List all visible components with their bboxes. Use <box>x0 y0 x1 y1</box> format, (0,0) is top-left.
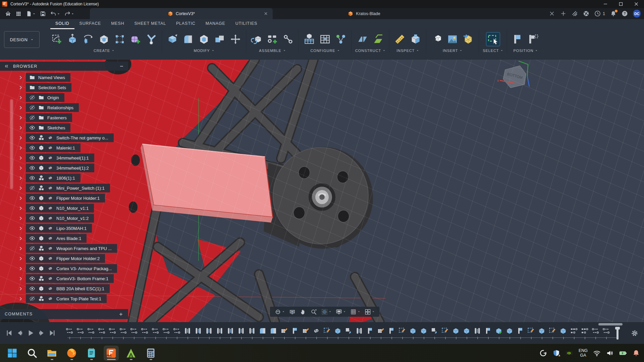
step-forward-button[interactable] <box>38 329 45 337</box>
taskbar-explorer[interactable] <box>44 346 59 361</box>
taskbar-firefox[interactable] <box>64 346 79 361</box>
ribbon-tab-manage[interactable]: MANAGE <box>201 19 230 29</box>
revolve-button[interactable] <box>82 33 95 46</box>
grid-settings-button[interactable] <box>349 307 362 317</box>
chevron-down-icon[interactable] <box>33 11 36 17</box>
browser-item[interactable]: CortexV3- Bottom Frame:1 <box>0 274 128 283</box>
timeline-feature-extrude[interactable] <box>505 327 514 335</box>
timeline-feature-joint[interactable] <box>108 327 116 335</box>
hole-button[interactable] <box>97 33 111 46</box>
timeline-feature-door[interactable] <box>226 327 234 335</box>
ribbon-group-label[interactable]: ASSEMBLE <box>259 49 286 53</box>
visibility-eye-icon[interactable] <box>29 215 35 221</box>
ribbon-group-label[interactable]: INSPECT <box>396 49 419 53</box>
wifi-tray-icon[interactable] <box>593 349 601 357</box>
go-to-start-button[interactable] <box>5 329 13 337</box>
minimize-button[interactable] <box>598 0 613 8</box>
browser-item[interactable]: 34mmwheel(1):1 <box>0 154 128 162</box>
taskbar-calculator[interactable] <box>143 346 158 361</box>
timeline-feature-sketch-edit[interactable] <box>323 327 331 335</box>
timeline-feature-door[interactable] <box>473 327 481 335</box>
visibility-eye-icon[interactable] <box>29 235 35 241</box>
timeline-feature-door[interactable] <box>194 327 202 335</box>
expand-chevron-icon[interactable] <box>18 216 23 221</box>
add-comment-icon[interactable] <box>118 312 123 317</box>
display-settings-button[interactable] <box>334 307 347 317</box>
language-indicator[interactable]: ENGGA <box>579 348 588 358</box>
viewports-button[interactable] <box>363 307 376 317</box>
timeline-feature-joint[interactable] <box>162 327 170 335</box>
timeline-feature-door[interactable] <box>216 327 224 335</box>
timeline-feature-joint[interactable] <box>130 327 138 335</box>
timeline-feature-edit-feature[interactable] <box>302 327 310 335</box>
visibility-eye-icon[interactable] <box>29 265 35 272</box>
close-icon[interactable] <box>549 10 555 17</box>
document-tab-kratos-blade[interactable]: Kratos-Blade <box>273 8 455 19</box>
expand-chevron-icon[interactable] <box>18 145 23 150</box>
timeline-settings-gear-icon[interactable] <box>631 329 639 337</box>
go-to-end-button[interactable] <box>48 329 56 337</box>
timeline-feature-door[interactable] <box>183 327 192 335</box>
taskbar-notepad[interactable] <box>84 346 99 361</box>
browser-item[interactable]: Selection Sets <box>0 83 128 92</box>
browser-item[interactable]: N10_Motor_v1:1 <box>0 204 128 213</box>
expand-chevron-icon[interactable] <box>18 246 23 251</box>
browser-item[interactable]: Switch-The not gammy o... <box>0 133 128 142</box>
visibility-eye-icon[interactable] <box>29 125 35 131</box>
browser-item[interactable]: Flipper Motor Holder:1 <box>0 194 128 202</box>
timeline-feature-edit-feature[interactable] <box>280 327 288 335</box>
browser-item[interactable]: N10_Motor_v1:2 <box>0 214 128 223</box>
chevron-down-icon[interactable] <box>57 11 60 17</box>
workspace-selector[interactable]: DESIGN <box>4 31 40 48</box>
timeline-feature-extrude[interactable] <box>538 327 546 335</box>
taskbar-autodesk-a[interactable] <box>123 346 139 361</box>
close-button[interactable] <box>629 0 644 8</box>
browser-item[interactable]: Lipo-350MAH:1 <box>0 224 128 233</box>
expand-chevron-icon[interactable] <box>18 286 23 291</box>
ribbon-group-label[interactable]: MODIFY <box>194 49 214 53</box>
ribbon-tab-solid[interactable]: SOLID <box>50 19 74 29</box>
redo-button[interactable] <box>63 9 76 18</box>
timeline-feature-joint[interactable] <box>151 327 159 335</box>
visibility-eye-icon[interactable] <box>29 155 35 161</box>
ribbon-tab-mesh[interactable]: MESH <box>106 19 129 29</box>
expand-chevron-icon[interactable] <box>18 115 23 120</box>
visibility-eye-icon[interactable] <box>29 175 35 181</box>
timeline-feature-extrude[interactable] <box>409 327 417 335</box>
new-component-button[interactable] <box>250 33 263 46</box>
chevron-down-icon[interactable] <box>71 11 74 17</box>
timeline-playhead[interactable] <box>615 327 620 340</box>
timeline-feature-door[interactable] <box>355 327 363 335</box>
timeline-feature-joint[interactable] <box>119 327 127 335</box>
maximize-button[interactable] <box>613 0 629 8</box>
expand-chevron-icon[interactable] <box>18 186 23 191</box>
form-button[interactable] <box>129 33 142 46</box>
timeline-feature-sketch-edit[interactable] <box>398 327 406 335</box>
timeline-feature-move[interactable] <box>344 327 353 335</box>
expand-chevron-icon[interactable] <box>18 196 23 201</box>
file-button[interactable] <box>24 9 37 18</box>
browser-item[interactable]: Cortex Top Plate Test:1 <box>0 294 128 303</box>
extensions-icon[interactable] <box>583 10 589 17</box>
timeline-feature-move[interactable] <box>430 327 438 335</box>
expand-chevron-icon[interactable] <box>18 135 23 140</box>
nvidia-tray-icon[interactable] <box>566 349 573 357</box>
timeline-feature-joint[interactable] <box>591 327 599 335</box>
timeline-feature-link[interactable] <box>312 327 320 335</box>
motor-cylinder[interactable] <box>129 201 138 213</box>
variants-button[interactable] <box>334 33 347 46</box>
press-pull-button[interactable] <box>166 33 179 46</box>
security-shield-tray-icon[interactable] <box>552 349 560 357</box>
ribbon-group-label[interactable]: SELECT <box>483 49 503 53</box>
expand-chevron-icon[interactable] <box>18 226 23 231</box>
visibility-eye-off-icon[interactable] <box>29 115 35 121</box>
ribbon-tab-plastic[interactable]: PLASTIC <box>171 19 201 29</box>
notifications-icon[interactable] <box>610 10 616 17</box>
select-button[interactable] <box>486 33 500 46</box>
timeline-feature-flag[interactable] <box>516 327 524 335</box>
collapse-panel-icon[interactable] <box>4 64 9 69</box>
play-button[interactable] <box>27 329 35 337</box>
visibility-eye-off-icon[interactable] <box>29 95 35 101</box>
timeline-feature-joint-dashed[interactable] <box>581 327 589 335</box>
weapon-hub-disc[interactable] <box>272 147 373 249</box>
